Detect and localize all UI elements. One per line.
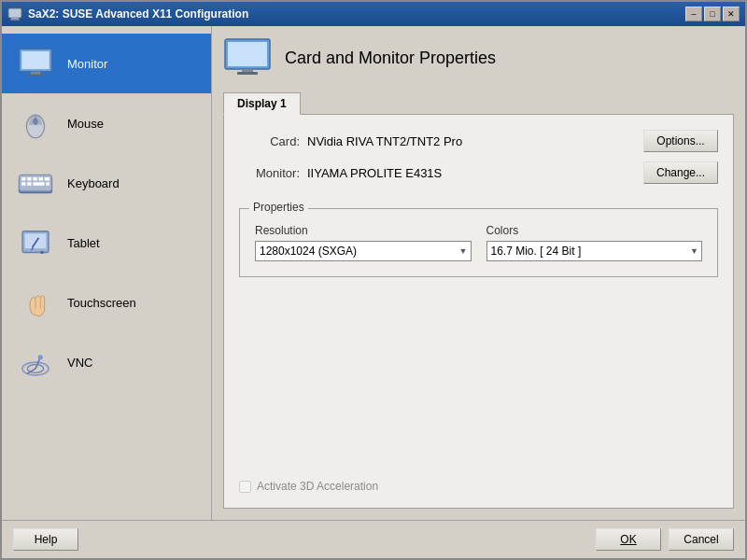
sidebar: Monitor Mouse xyxy=(2,26,212,520)
svg-rect-4 xyxy=(21,51,49,69)
svg-rect-2 xyxy=(10,20,20,21)
options-button[interactable]: Options... xyxy=(643,130,718,152)
svg-rect-20 xyxy=(46,182,49,186)
keyboard-icon xyxy=(13,161,58,205)
sidebar-label-vnc: VNC xyxy=(67,356,92,370)
panel-title: Card and Monitor Properties xyxy=(285,49,496,68)
svg-rect-19 xyxy=(33,182,44,186)
sidebar-label-tablet: Tablet xyxy=(67,236,100,250)
main-window: SaX2: SUSE Advanced X11 Configuration – … xyxy=(0,0,747,560)
colors-label: Colors xyxy=(486,224,703,237)
change-button[interactable]: Change... xyxy=(643,161,718,184)
activate-3d-label: Activate 3D Acceleration xyxy=(257,480,378,493)
sidebar-item-touchscreen[interactable]: Touchscreen xyxy=(2,273,211,332)
colors-select[interactable]: 256 Colors [ 8 Bit ] 65536 Colors [ 16 B… xyxy=(486,241,703,261)
properties-legend: Properties xyxy=(249,201,308,214)
sidebar-label-touchscreen: Touchscreen xyxy=(67,296,136,310)
sidebar-item-keyboard[interactable]: Keyboard xyxy=(2,153,211,213)
svg-rect-6 xyxy=(26,74,44,76)
svg-point-9 xyxy=(33,119,37,125)
titlebar-left: SaX2: SUSE Advanced X11 Configuration xyxy=(7,7,248,21)
ok-button[interactable]: OK xyxy=(596,528,661,551)
resolution-select[interactable]: 640x480 (VGA) 747x560 (SVGA) 1024x768 (X… xyxy=(255,241,472,261)
tab-display1[interactable]: Display 1 xyxy=(223,92,301,115)
card-buttons: Options... xyxy=(643,130,718,152)
svg-rect-13 xyxy=(27,177,31,181)
tab-bar: Display 1 xyxy=(223,91,734,115)
svg-rect-1 xyxy=(11,18,19,20)
resolution-label: Resolution xyxy=(255,224,472,237)
minimize-button[interactable]: – xyxy=(685,7,702,21)
properties-grid: Resolution 640x480 (VGA) 747x560 (SVGA) … xyxy=(255,224,702,261)
monitor-icon xyxy=(13,41,58,86)
cancel-button[interactable]: Cancel xyxy=(669,528,734,551)
card-value: NVidia RIVA TNT2/TNT2 Pro xyxy=(307,134,636,148)
card-row: Card: NVidia RIVA TNT2/TNT2 Pro Options.… xyxy=(239,130,718,152)
resolution-col: Resolution 640x480 (VGA) 747x560 (SVGA) … xyxy=(255,224,472,261)
monitor-buttons: Change... xyxy=(643,161,718,184)
sidebar-item-vnc[interactable]: VNC xyxy=(2,332,211,392)
panel-header: Card and Monitor Properties xyxy=(223,37,734,78)
svg-rect-36 xyxy=(237,72,258,75)
activate-3d-checkbox[interactable] xyxy=(239,481,251,493)
touchscreen-icon xyxy=(13,280,58,325)
main-panel: Card and Monitor Properties Display 1 Ca… xyxy=(212,26,745,520)
titlebar-icon xyxy=(7,7,22,21)
close-button[interactable]: ✕ xyxy=(723,7,740,21)
colors-col: Colors 256 Colors [ 8 Bit ] 65536 Colors… xyxy=(486,224,703,261)
colors-select-wrapper: 256 Colors [ 8 Bit ] 65536 Colors [ 16 B… xyxy=(486,241,703,261)
tablet-icon xyxy=(13,220,58,265)
bottom-right: OK Cancel xyxy=(596,528,734,551)
titlebar-buttons: – □ ✕ xyxy=(685,7,740,21)
resolution-select-wrapper: 640x480 (VGA) 747x560 (SVGA) 1024x768 (X… xyxy=(255,241,472,261)
svg-rect-17 xyxy=(21,182,25,186)
properties-group: Properties Resolution 640x480 (VGA) 800x… xyxy=(239,208,718,277)
monitor-value: IIYAMA PROLITE E431S xyxy=(307,166,636,180)
monitor-row: Monitor: IIYAMA PROLITE E431S Change... xyxy=(239,161,718,184)
sidebar-item-mouse[interactable]: Mouse xyxy=(2,93,211,153)
activate-3d-row: Activate 3D Acceleration xyxy=(239,469,718,493)
help-button[interactable]: Help xyxy=(13,528,78,551)
sidebar-item-tablet[interactable]: Tablet xyxy=(2,213,211,273)
sidebar-label-monitor: Monitor xyxy=(67,57,107,71)
svg-point-31 xyxy=(38,355,43,359)
svg-rect-18 xyxy=(27,182,31,186)
tab-content: Card: NVidia RIVA TNT2/TNT2 Pro Options.… xyxy=(223,115,734,509)
svg-rect-0 xyxy=(8,8,21,18)
svg-rect-15 xyxy=(39,177,43,181)
monitor-label: Monitor: xyxy=(239,166,300,180)
content-area: Monitor Mouse xyxy=(2,26,745,520)
mouse-icon xyxy=(13,101,58,146)
sidebar-item-monitor[interactable]: Monitor xyxy=(2,34,211,93)
svg-point-23 xyxy=(40,251,44,255)
svg-rect-22 xyxy=(25,233,47,248)
svg-rect-14 xyxy=(33,177,36,181)
svg-rect-16 xyxy=(45,177,49,181)
maximize-button[interactable]: □ xyxy=(704,7,721,21)
panel-monitor-icon xyxy=(223,37,272,78)
card-label: Card: xyxy=(239,134,300,148)
sidebar-label-mouse: Mouse xyxy=(67,117,104,131)
bottom-bar: Help OK Cancel xyxy=(2,520,745,558)
sidebar-label-keyboard: Keyboard xyxy=(67,176,120,190)
titlebar: SaX2: SUSE Advanced X11 Configuration – … xyxy=(2,2,745,26)
window-title: SaX2: SUSE Advanced X11 Configuration xyxy=(28,7,248,21)
vnc-icon xyxy=(13,340,58,385)
svg-rect-12 xyxy=(21,177,25,181)
svg-rect-34 xyxy=(228,42,267,66)
